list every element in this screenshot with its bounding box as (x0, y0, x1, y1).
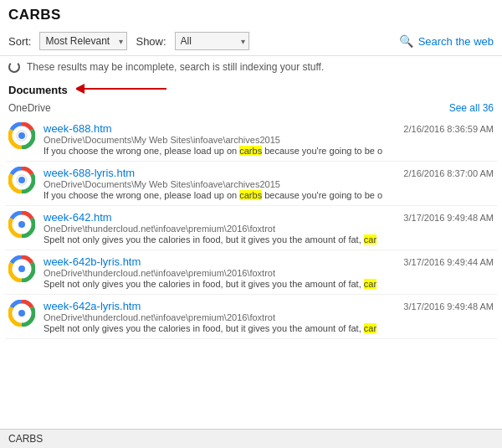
svg-point-18 (18, 310, 25, 317)
search-web-label[interactable]: Search the web (418, 35, 494, 48)
show-select[interactable]: All Documents Images (175, 32, 249, 50)
chrome-icon (8, 167, 35, 193)
result-item: week-688.htm OneDrive\Documents\My Web S… (5, 117, 497, 162)
result-date: 2/16/2016 8:37:00 AM (403, 167, 494, 178)
chrome-icon (8, 255, 35, 282)
arrow-indicator (76, 81, 168, 99)
result-snippet: Spelt not only gives you the calories in… (44, 279, 395, 289)
svg-point-9 (18, 177, 25, 183)
refresh-icon (8, 61, 20, 73)
result-snippet: If you choose the wrong one, please load… (44, 190, 395, 200)
results-list: week-688.htm OneDrive\Documents\My Web S… (0, 117, 502, 339)
result-content: week-642a-lyris.htm OneDrive\thunderclou… (44, 300, 395, 333)
result-item: week-642.htm OneDrive\thundercloud.net\i… (5, 206, 497, 250)
sort-select[interactable]: Most Relevant Date Name (39, 32, 127, 50)
page-title: CARBS (8, 7, 494, 23)
result-filename[interactable]: week-688-lyris.htm (44, 167, 395, 179)
onedrive-label: OneDrive (8, 102, 51, 114)
result-content: week-642.htm OneDrive\thundercloud.net\i… (44, 211, 395, 245)
svg-point-5 (18, 132, 25, 139)
result-item: week-642a-lyris.htm OneDrive\thunderclou… (5, 295, 497, 339)
result-snippet: Spelt not only gives you the calories in… (44, 323, 395, 333)
search-icon: 🔍 (399, 34, 413, 48)
result-date: 3/17/2016 9:49:48 AM (403, 300, 494, 312)
highlight-car: car (364, 279, 376, 289)
result-path: OneDrive\thundercloud.net\infoave\premiu… (44, 312, 395, 322)
highlight-car: car (364, 323, 376, 333)
indexing-notice-text: These results may be incomplete, search … (27, 61, 324, 73)
highlight-carbs: carbs (239, 190, 262, 200)
toolbar: Sort: Most Relevant Date Name ▾ Show: Al… (0, 27, 502, 56)
result-date: 3/17/2016 9:49:48 AM (403, 211, 494, 223)
result-content: week-688-lyris.htm OneDrive\Documents\My… (44, 167, 395, 200)
arrow-svg (76, 81, 168, 96)
chrome-icon (8, 122, 35, 149)
see-all-link[interactable]: See all 36 (449, 102, 494, 114)
show-label: Show: (136, 35, 166, 48)
result-path: OneDrive\thundercloud.net\infoave\premiu… (44, 268, 395, 278)
result-filename[interactable]: week-688.htm (44, 122, 395, 135)
result-date: 2/16/2016 8:36:59 AM (403, 122, 494, 134)
onedrive-row: OneDrive See all 36 (0, 100, 502, 117)
result-path: OneDrive\thundercloud.net\infoave\premiu… (44, 224, 395, 234)
chrome-icon (8, 211, 35, 238)
svg-point-12 (18, 221, 25, 228)
sort-label: Sort: (8, 35, 31, 48)
result-path: OneDrive\Documents\My Web Sites\infoave\… (44, 135, 395, 145)
documents-title: Documents (8, 84, 68, 96)
result-date: 3/17/2016 9:49:44 AM (403, 255, 494, 267)
search-web-area[interactable]: 🔍 Search the web (399, 34, 494, 48)
result-snippet: If you choose the wrong one, please load… (44, 146, 395, 156)
indexing-notice-bar: These results may be incomplete, search … (0, 56, 502, 78)
bottom-bar-label: CARBS (8, 433, 43, 445)
bottom-bar: CARBS (0, 429, 502, 448)
result-filename[interactable]: week-642b-lyris.htm (44, 255, 395, 268)
show-select-wrapper[interactable]: All Documents Images ▾ (175, 32, 249, 50)
highlight-carbs: carbs (239, 146, 262, 156)
result-filename[interactable]: week-642.htm (44, 211, 395, 224)
result-path: OneDrive\Documents\My Web Sites\infoave\… (44, 179, 395, 189)
highlight-car: car (364, 234, 376, 245)
result-item: week-688-lyris.htm OneDrive\Documents\My… (5, 162, 497, 206)
svg-point-15 (18, 265, 25, 272)
chrome-icon (8, 300, 35, 327)
result-filename[interactable]: week-642a-lyris.htm (44, 300, 395, 312)
result-item: week-642b-lyris.htm OneDrive\thunderclou… (5, 250, 497, 295)
result-content: week-688.htm OneDrive\Documents\My Web S… (44, 122, 395, 156)
result-snippet: Spelt not only gives you the calories in… (44, 234, 395, 245)
sort-select-wrapper[interactable]: Most Relevant Date Name ▾ (39, 32, 127, 50)
section-header: Documents (0, 78, 502, 100)
result-content: week-642b-lyris.htm OneDrive\thunderclou… (44, 255, 395, 289)
title-bar: CARBS (0, 0, 502, 27)
